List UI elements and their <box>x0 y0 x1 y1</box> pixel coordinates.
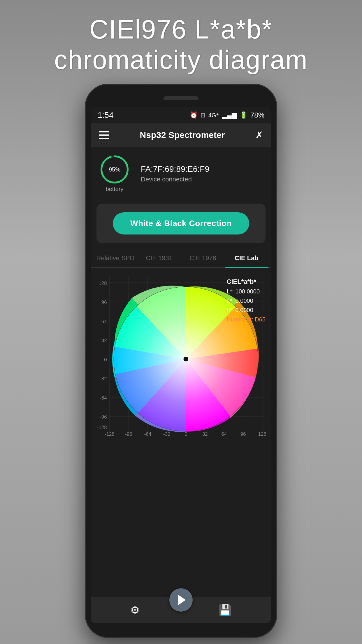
chart-area: 128 96 64 32 0 -32 -64 -96 -128 -128 -96… <box>91 268 271 597</box>
status-time: 1:54 <box>98 111 114 120</box>
svg-text:128: 128 <box>258 431 266 437</box>
svg-text:-64: -64 <box>100 395 107 401</box>
battery-label: bettery <box>106 186 123 192</box>
status-icons: ⏰ ⊡ 4G⁺ ▂▄▆ 🔋 78% <box>190 111 264 119</box>
illuminant-row: Illuminant: D65 <box>227 315 266 324</box>
tab-bar: Relative SPD CIE 1931 CIE 1976 CIE Lab <box>91 249 271 268</box>
app-bar: Nsp32 Spectrometer ✗ <box>91 123 271 147</box>
settings-icon[interactable]: ⚙ <box>130 604 140 616</box>
chart-title: CIEL*a*b* <box>227 276 266 287</box>
svg-text:96: 96 <box>240 431 246 437</box>
svg-text:96: 96 <box>101 300 107 305</box>
device-status: Device connected <box>141 176 209 183</box>
nfc-icon: ⊡ <box>201 112 205 119</box>
bluetooth-icon[interactable]: ✗ <box>255 130 263 141</box>
svg-text:-128: -128 <box>105 431 115 437</box>
tab-relative-spd[interactable]: Relative SPD <box>94 249 137 267</box>
app-title: Nsp32 Spectrometer <box>140 130 225 140</box>
phone-screen: 1:54 ⏰ ⊡ 4G⁺ ▂▄▆ 🔋 78% Nsp32 Spectromete… <box>91 107 271 623</box>
play-button[interactable] <box>169 588 193 612</box>
bottom-nav: ⚙ 💾 <box>91 597 271 623</box>
white-black-correction-button[interactable]: White & Black Correction <box>113 212 249 235</box>
battery-icon: 🔋 <box>240 111 247 119</box>
speaker <box>164 96 198 100</box>
b-row: b*: 0.0000 <box>227 305 266 315</box>
svg-text:-64: -64 <box>144 431 151 437</box>
alarm-icon: ⏰ <box>190 111 198 119</box>
l-row: L*: 100.0000 <box>227 287 266 296</box>
tab-cie-1976[interactable]: CIE 1976 <box>181 249 225 267</box>
svg-text:0: 0 <box>104 357 107 363</box>
tab-cie-lab[interactable]: CIE Lab <box>225 249 268 267</box>
svg-text:128: 128 <box>99 281 107 286</box>
phone-top-bar <box>85 90 277 107</box>
illuminant-label: Illuminant: <box>227 316 253 323</box>
status-bar: 1:54 ⏰ ⊡ 4G⁺ ▂▄▆ 🔋 78% <box>91 107 271 123</box>
signal-bars-icon: ▂▄▆ <box>222 111 237 119</box>
device-mac: FA:7F:69:89:E6:F9 <box>141 164 209 174</box>
svg-text:-32: -32 <box>100 376 107 382</box>
svg-text:64: 64 <box>101 319 107 324</box>
svg-text:-96: -96 <box>125 431 132 437</box>
menu-icon[interactable] <box>99 131 109 139</box>
svg-text:-32: -32 <box>163 431 170 437</box>
illuminant-value: D65 <box>255 316 266 323</box>
a-label: a*: <box>227 298 234 304</box>
l-value: 100.0000 <box>236 288 260 295</box>
svg-text:-96: -96 <box>100 414 107 420</box>
battery-section: 95% bettery <box>100 155 129 192</box>
svg-text:32: 32 <box>101 338 107 343</box>
svg-text:32: 32 <box>202 431 208 437</box>
svg-point-42 <box>183 356 189 362</box>
phone-shell: 1:54 ⏰ ⊡ 4G⁺ ▂▄▆ 🔋 78% Nsp32 Spectromete… <box>85 84 277 638</box>
signal-icon: 4G⁺ <box>208 112 219 119</box>
svg-text:64: 64 <box>221 431 227 437</box>
b-value: 0.0000 <box>236 307 253 313</box>
a-row: a*: 0.0000 <box>227 296 266 305</box>
battery-circle-percent: 95% <box>109 166 120 173</box>
correction-card: White & Black Correction <box>96 204 266 243</box>
battery-percent-status: 78% <box>250 111 264 119</box>
page-title: CIEl976 L*a*b* chromaticity diagram <box>54 15 308 75</box>
chart-info-overlay: CIEL*a*b* L*: 100.0000 a*: 0.0000 b*: 0.… <box>227 276 266 324</box>
device-text: FA:7F:69:89:E6:F9 Device connected <box>141 164 209 183</box>
a-value: 0.0000 <box>236 298 253 304</box>
tab-cie-1931[interactable]: CIE 1931 <box>137 249 181 267</box>
b-label: b*: <box>227 307 234 313</box>
svg-text:0: 0 <box>184 431 187 437</box>
chart-container: 128 96 64 32 0 -32 -64 -96 -128 -128 -96… <box>91 271 271 597</box>
battery-circle: 95% <box>100 155 129 184</box>
play-triangle-icon <box>178 595 186 605</box>
device-info: 95% bettery FA:7F:69:89:E6:F9 Device con… <box>91 147 271 201</box>
svg-text:-128: -128 <box>97 425 107 430</box>
l-label: L*: <box>227 288 234 295</box>
save-icon[interactable]: 💾 <box>219 604 232 616</box>
